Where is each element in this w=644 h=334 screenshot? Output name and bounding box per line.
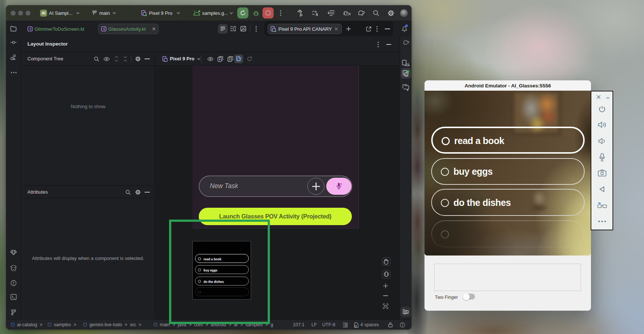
svg-text:A: A [316, 13, 318, 17]
